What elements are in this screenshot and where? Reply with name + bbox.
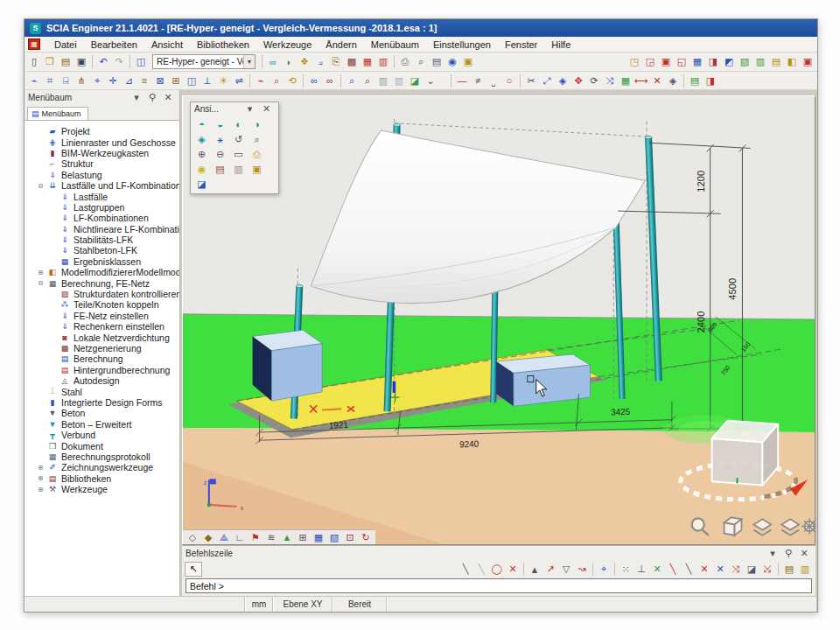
tree-item-werkzeuge[interactable]: ⊞⚒Werkzeuge (24, 484, 179, 494)
palette-dropdown-icon[interactable]: ▾ (242, 102, 258, 116)
expand-icon[interactable]: ⊞ (35, 474, 46, 482)
overlay-cube-icon[interactable] (724, 517, 742, 535)
support-icon[interactable]: ⟂ (200, 74, 215, 88)
view-save-icon[interactable]: ▣ (658, 54, 674, 69)
menu-bibliotheken[interactable]: Bibliotheken (190, 38, 256, 52)
opening-icon[interactable]: ⊠ (152, 74, 168, 88)
new-file-icon[interactable]: ▯ (26, 54, 42, 69)
wireframe-icon[interactable]: ◇ (185, 530, 200, 545)
snap-tangent-icon[interactable]: ↝ (574, 562, 590, 577)
tree-item-bibliotheken[interactable]: ⊞▤Bibliotheken (24, 473, 179, 484)
tree-item-rechenkern-einstellen[interactable]: ⇓Rechenkern einstellen (24, 321, 179, 332)
view-axonometric-icon[interactable]: ◈ (193, 132, 210, 146)
snap-endpoint-icon[interactable]: ▲ (527, 562, 542, 577)
solid-icon[interactable]: ◆ (200, 530, 216, 545)
target-icon[interactable]: ◈ (665, 74, 681, 88)
print-preview-icon[interactable]: ⌕ (413, 54, 429, 69)
view-flag3-icon[interactable]: ◨ (705, 54, 721, 69)
menu-datei[interactable]: Datei (47, 38, 84, 52)
numbering-icon[interactable]: ⊞ (295, 530, 311, 545)
menu-fenster[interactable]: Fenster (498, 38, 544, 52)
grid-tool-icon[interactable]: ✳ (215, 74, 231, 88)
menu-einstellungen[interactable]: Einstellungen (426, 38, 498, 52)
menu-hilfe[interactable]: Hilfe (544, 38, 578, 52)
view-flag6-icon[interactable]: ▥ (752, 54, 768, 69)
ucs-icon[interactable]: ∟ (232, 530, 248, 545)
snap-x2-icon[interactable]: ╲ (681, 562, 696, 577)
view-back-icon[interactable]: ◑ (248, 117, 265, 131)
tree-item-lf-kombinationen[interactable]: ⇓LF-Kombinationen (24, 213, 179, 223)
view-flag9-icon[interactable]: ▣ (800, 54, 816, 69)
split-view-icon[interactable]: ◫ (133, 54, 149, 69)
member-2d-icon[interactable]: ⌗ (42, 74, 58, 88)
copy-props-icon[interactable]: ▥ (375, 74, 391, 88)
view-flag8-icon[interactable]: ◧ (784, 54, 800, 69)
props-table-icon[interactable]: ▤ (687, 74, 703, 88)
rotate-tool-icon[interactable]: ⟳ (586, 74, 602, 88)
view-table-icon[interactable]: ▦ (311, 530, 326, 545)
render-icon[interactable]: ❖ (297, 54, 312, 69)
open-file-icon[interactable]: ❐ (42, 54, 58, 69)
palette-close-icon[interactable]: ✕ (258, 102, 275, 116)
snap-midpoint-icon[interactable]: ↗ (542, 562, 558, 577)
table-input-icon[interactable]: ▦ (360, 54, 375, 69)
engine-icon[interactable]: ◉ (444, 54, 460, 69)
abc-label-icon[interactable]: ≋ (263, 530, 279, 545)
snap-line-icon[interactable]: ╲ (458, 562, 473, 577)
extend-icon[interactable]: ⤢ (539, 74, 555, 88)
save-icon[interactable]: ▣ (74, 54, 89, 69)
box-right[interactable] (496, 354, 590, 406)
tree-item-berechnung[interactable]: ▤Berechnung (24, 354, 179, 364)
storey-icon[interactable]: ⇌ (231, 74, 247, 88)
tree-item-fe-netz-einstellen[interactable]: ⇓FE-Netz einstellen (24, 311, 179, 321)
menu-ansicht[interactable]: Ansicht (144, 38, 190, 52)
print-icon[interactable]: ⎙ (397, 54, 413, 69)
view-combo[interactable]: RE-Hyper- geneigt - Verg ▼ (152, 54, 256, 69)
clip-view-icon[interactable]: ⎙ (248, 147, 265, 161)
mdi-system-icon[interactable]: ▦ (28, 38, 40, 50)
draw-parallel-icon[interactable]: ≠ (470, 74, 486, 88)
member-1d-icon[interactable]: ⌁ (26, 74, 42, 88)
snap-grid-icon[interactable]: ⁙ (618, 562, 634, 577)
link-doc-icon[interactable]: ◨ (703, 74, 718, 88)
link-icon[interactable]: ∞ (265, 54, 281, 69)
tree-item-netzgenerierung[interactable]: ▩Netzgenerierung (24, 343, 179, 354)
node-icon[interactable]: ⊞ (168, 74, 184, 88)
zoom-window-icon[interactable]: ⌕ (248, 132, 265, 146)
scale-icon[interactable]: ⤨ (602, 74, 618, 88)
menu-menübaum[interactable]: Menübaum (364, 38, 426, 52)
expand-icon[interactable]: ⊞ (35, 464, 46, 472)
tree-item-stahlbeton-lfk[interactable]: ⇓Stahlbeton-LFK (24, 245, 179, 256)
tree-item-teile-knoten-koppeln[interactable]: ⁂Teile/Knoten koppeln (24, 299, 179, 310)
view-new-icon[interactable]: ◳ (626, 54, 642, 69)
tree-item-lastgruppen[interactable]: ⇓Lastgruppen (24, 202, 179, 213)
draw-line-icon[interactable]: — (454, 74, 470, 88)
tree-item-bim-werkzeugkasten[interactable]: ▮BIM-Werkzeugkasten (24, 148, 179, 158)
snap-x7-icon[interactable]: ⤩ (760, 562, 775, 577)
modify-icon[interactable]: ⌁ (253, 74, 269, 88)
expand-icon[interactable]: ⊞ (35, 269, 46, 276)
axes-xyz-icon[interactable]: ⚹ (212, 132, 228, 146)
snap-ortho-icon[interactable]: ⊥ (634, 562, 649, 577)
snap-x1-icon[interactable]: ╲ (665, 562, 681, 577)
tree-item-beton-erweitert[interactable]: ▼Beton – Erweitert (24, 419, 179, 430)
tree-item-lastfälle-und-lf-kombinationen[interactable]: ⊟⇊Lastfälle und LF-Kombinationen (24, 180, 179, 191)
panel-dropdown-icon[interactable]: ▾ (129, 90, 144, 105)
collapse-icon[interactable]: ⊟ (35, 182, 46, 190)
view-flag7-icon[interactable]: ▤ (768, 54, 784, 69)
view-bottom-icon[interactable]: ◒ (212, 117, 228, 131)
menu-bearbeiten[interactable]: Bearbeiten (84, 38, 144, 52)
snap-table-icon[interactable]: ▤ (781, 562, 797, 577)
tree-item-stahl[interactable]: ⌶Stahl (24, 386, 179, 396)
tree-item-beton[interactable]: ▼Beton (24, 408, 179, 418)
snap-x3-icon[interactable]: ✕ (696, 562, 712, 577)
render-a-icon[interactable]: ▤ (212, 162, 228, 176)
snap-off-icon[interactable]: ✕ (505, 562, 521, 577)
zoom-out-icon[interactable]: ⊖ (212, 147, 228, 161)
tree-item-stabilitäts-lfk[interactable]: ⇓Stabilitäts-LFK (24, 234, 179, 245)
view-settings-icon[interactable]: ◪ (193, 177, 210, 191)
move-icon[interactable]: ✥ (570, 74, 586, 88)
snap-x4-icon[interactable]: ✕ (712, 562, 728, 577)
axo-ruler-icon[interactable]: ⟁ (216, 530, 232, 545)
table-results-icon[interactable]: ▥ (375, 54, 391, 69)
